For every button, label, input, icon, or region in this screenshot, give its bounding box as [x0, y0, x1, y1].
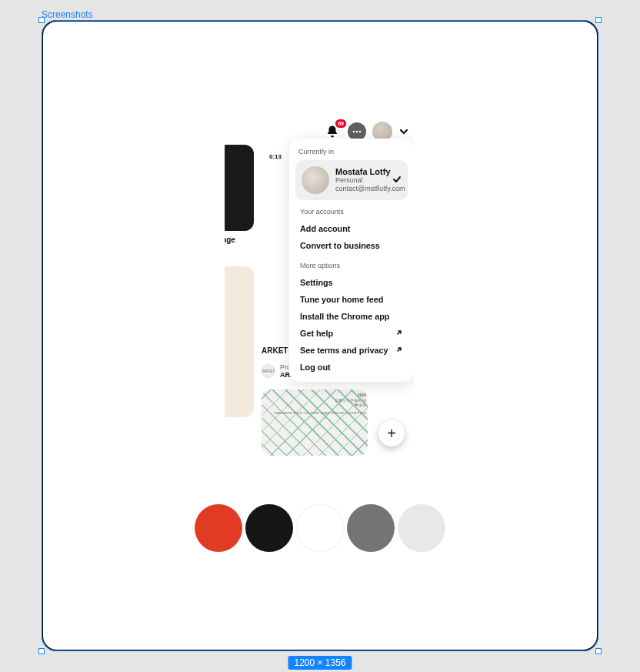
mobile-screenshot: Page r 0:13 ARKET T system ARKET Promote… — [225, 115, 414, 456]
resize-handle-bl[interactable] — [38, 648, 45, 654]
tune-home-feed[interactable]: Tune your home feed — [297, 291, 406, 308]
feed-card-map[interactable]: 2014 강릉민속문화의 해 특별전 GANGWON FOLK CULTURE … — [262, 389, 368, 456]
account-email: contact@mstflotfy.com — [335, 185, 405, 193]
swatch-5[interactable] — [398, 504, 445, 552]
install-chrome-app[interactable]: Install the Chrome app — [297, 308, 406, 325]
feed-card-dark — [225, 145, 254, 231]
fab-add[interactable]: + — [378, 420, 405, 446]
resize-handle-tl[interactable] — [38, 17, 45, 23]
account-menu: Currently in Mostafa Lotfy Personal cont… — [289, 139, 414, 382]
currently-in-label: Currently in — [295, 145, 408, 160]
plus-icon: + — [387, 425, 396, 443]
swatch-3[interactable] — [296, 504, 344, 552]
account-avatar — [302, 166, 329, 194]
check-icon — [392, 175, 402, 186]
color-palette — [43, 504, 597, 552]
external-icon — [395, 346, 403, 355]
convert-business[interactable]: Convert to business — [297, 237, 406, 254]
dimensions-badge: 1200 × 1356 — [288, 656, 352, 670]
get-help[interactable]: Get help — [297, 325, 406, 342]
svg-point-3 — [353, 131, 355, 133]
your-accounts-label: Your accounts — [297, 205, 406, 220]
feed-card-beige — [225, 266, 254, 417]
account-card[interactable]: Mostafa Lotfy Personal contact@mstflotfy… — [295, 160, 408, 200]
swatch-4[interactable] — [347, 504, 395, 552]
more-options-label: More options — [297, 259, 406, 274]
svg-point-4 — [356, 131, 358, 133]
video-duration: 0:13 — [269, 153, 282, 160]
notification-badge: 69 — [335, 119, 346, 128]
log-out[interactable]: Log out — [297, 359, 406, 376]
terms-privacy[interactable]: See terms and privacy — [297, 342, 406, 359]
resize-handle-br[interactable] — [595, 648, 602, 654]
resize-handle-tr[interactable] — [595, 17, 602, 23]
feed-caption-page: Page — [225, 236, 254, 244]
svg-point-5 — [359, 131, 362, 133]
swatch-1[interactable] — [195, 504, 242, 552]
brand-avatar[interactable]: ARKET — [262, 364, 275, 378]
add-account[interactable]: Add account — [297, 220, 406, 237]
design-frame[interactable]: Page r 0:13 ARKET T system ARKET Promote… — [42, 20, 598, 651]
map-text: 2014 강릉민속문화의 해 특별전 GANGWON FOLK CULTURE … — [274, 393, 366, 415]
settings[interactable]: Settings — [297, 274, 406, 291]
swatch-2[interactable] — [245, 504, 293, 552]
frame-label: Screenshots — [42, 9, 93, 20]
external-icon — [395, 329, 403, 338]
